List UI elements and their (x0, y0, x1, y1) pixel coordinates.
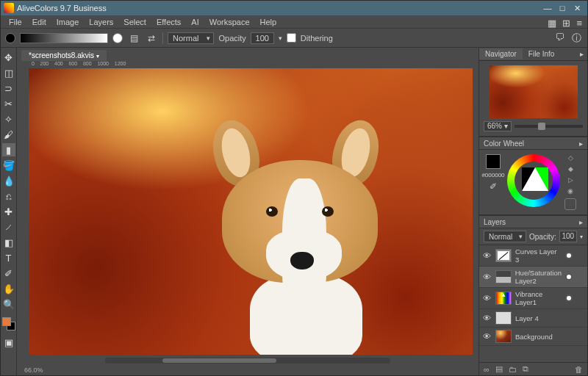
opacity-dropdown-icon[interactable]: ▾ (279, 35, 282, 42)
navigator-thumbnail[interactable] (490, 65, 578, 118)
selection-tool[interactable]: ◫ (2, 66, 15, 79)
menu-ai[interactable]: AI (186, 16, 204, 28)
visibility-icon[interactable]: 👁 (483, 314, 492, 322)
menu-workspace[interactable]: Workspace (204, 16, 255, 28)
layer-row[interactable]: 👁 Hue/Saturation Layer2 (479, 267, 587, 288)
slider-knob[interactable] (538, 123, 545, 130)
document-tab-label: *screenshots8.akvis (29, 51, 94, 59)
panel-menu-icon[interactable]: ▸ (579, 140, 583, 148)
status-bar: 66.0% (17, 365, 478, 375)
notifications-icon[interactable]: 🗩 (555, 32, 564, 45)
separator (162, 32, 163, 44)
cw-marker-icon[interactable]: ◉ (567, 187, 573, 195)
delete-layer-icon[interactable]: 🗑 (575, 365, 583, 374)
gradient-preview[interactable] (20, 33, 108, 43)
linear-gradient-icon[interactable]: ▤ (127, 32, 140, 45)
document-tab[interactable]: *screenshots8.akvis ▾ (21, 50, 107, 61)
layer-mask-icon[interactable] (565, 294, 573, 302)
layers-options: Normal Opacity: 100 ▾ (479, 228, 587, 245)
menu-layers[interactable]: Layers (84, 16, 118, 28)
cw-preview-icon[interactable] (564, 198, 576, 210)
layer-opacity-dropdown-icon[interactable]: ▾ (580, 234, 583, 240)
visibility-icon[interactable]: 👁 (483, 332, 492, 341)
clone-tool[interactable]: ⎌ (2, 189, 15, 203)
color-swatches[interactable] (2, 317, 15, 330)
link-layers-icon[interactable]: ∞ (484, 365, 490, 374)
document-tab-dropdown-icon[interactable]: ▾ (96, 53, 99, 59)
eyedropper-tool[interactable]: ✐ (2, 267, 15, 280)
minimize-button[interactable]: — (540, 4, 555, 12)
tab-fileinfo[interactable]: File Info (523, 48, 561, 59)
right-panels: Navigator File Info ▸ 66% ▾ Color Wheel … (478, 48, 587, 375)
visibility-icon[interactable]: 👁 (483, 251, 492, 260)
color-triangle[interactable] (522, 167, 548, 191)
quickmask-tool[interactable]: ▣ (2, 336, 15, 349)
menu-effects[interactable]: Effects (151, 16, 186, 28)
hand-tool[interactable]: ✋ (2, 282, 15, 295)
blur-tool[interactable]: 💧 (2, 174, 15, 187)
eraser-tool[interactable]: ◧ (2, 236, 15, 249)
layer-row[interactable]: 👁 Layer 4 (479, 309, 587, 328)
dithering-label: Dithering (301, 34, 333, 43)
zoom-tool[interactable]: 🔍 (2, 297, 15, 311)
colorwheel-panel: #000000 ✐ ◇ ◆ ▷ ◉ (479, 150, 587, 215)
menu-select[interactable]: Select (118, 16, 151, 28)
crop-tool[interactable]: ✂ (2, 97, 15, 110)
navigator-zoom-value[interactable]: 66% ▾ (484, 121, 512, 131)
menu-file[interactable]: File (4, 16, 27, 28)
layers-panel-header: Layers ▸ (479, 215, 587, 228)
duplicate-layer-icon[interactable]: ⧉ (523, 364, 528, 374)
colorwheel-swatch[interactable] (486, 154, 501, 169)
navigator-panel: 66% ▾ (479, 61, 587, 137)
brush-tool[interactable]: 🖌 (2, 128, 15, 141)
layer-blend-select[interactable]: Normal (484, 231, 526, 242)
navigator-zoom-slider[interactable] (514, 125, 583, 128)
scrollbar-thumb[interactable] (162, 358, 276, 363)
maximize-button[interactable]: □ (555, 4, 570, 12)
visibility-icon[interactable]: 👁 (483, 272, 492, 281)
cw-marker-icon[interactable]: ▷ (568, 176, 573, 184)
cw-marker-icon[interactable]: ◆ (568, 165, 573, 173)
toolbox: ✥ ◫ ⊃ ✂ ✧ 🖌 ▮ 🪣 💧 ⎌ ✚ ⟋ ◧ T ✐ ✋ 🔍 ▣ (1, 48, 17, 375)
fg-color-swatch[interactable] (2, 317, 11, 326)
visibility-icon[interactable]: 👁 (483, 294, 492, 303)
new-folder-icon[interactable]: 🗀 (509, 365, 517, 374)
canvas-wrap: 0 200 400 600 800 1000 1200 (17, 61, 478, 365)
wand-tool[interactable]: ✧ (2, 112, 15, 126)
layer-mask-icon[interactable] (565, 252, 573, 259)
dithering-checkbox[interactable] (287, 33, 296, 43)
colorwheel-hex: #000000 (481, 172, 504, 178)
dodge-tool[interactable]: ⟋ (2, 220, 15, 234)
close-button[interactable]: ✕ (570, 4, 584, 13)
move-tool[interactable]: ✥ (2, 51, 15, 64)
layer-row[interactable]: 👁 Vibrance Layer1 (479, 288, 587, 309)
horizontal-scrollbar[interactable] (105, 358, 390, 364)
menu-image[interactable]: Image (51, 16, 85, 28)
bucket-tool[interactable]: 🪣 (2, 159, 15, 172)
gradient-tool[interactable]: ▮ (2, 143, 15, 156)
eyedropper-icon[interactable]: ✐ (490, 181, 497, 192)
layer-row[interactable]: 👁 Curves Layer 3 (479, 245, 587, 267)
text-tool[interactable]: T (2, 251, 15, 264)
menu-help[interactable]: Help (255, 16, 282, 28)
panel-menu-icon[interactable]: ▸ (576, 50, 587, 58)
blend-mode-select[interactable]: Normal (168, 32, 214, 44)
lasso-tool[interactable]: ⊃ (2, 82, 15, 95)
opacity-input[interactable]: 100 (251, 32, 274, 44)
menu-edit[interactable]: Edit (27, 16, 51, 28)
cw-marker-icon[interactable]: ◇ (568, 154, 573, 162)
layer-mask-icon[interactable] (565, 273, 573, 281)
layer-opacity-input[interactable]: 100 (559, 231, 577, 242)
gradient-start-swatch[interactable] (5, 33, 15, 43)
layer-row[interactable]: 👁 Background (479, 328, 587, 346)
panel-menu-icon[interactable]: ▸ (579, 218, 583, 226)
new-layer-icon[interactable]: ▤ (495, 364, 503, 374)
heal-tool[interactable]: ✚ (2, 205, 15, 218)
reverse-gradient-icon[interactable]: ⇄ (145, 32, 158, 45)
layer-thumb-curves-icon (495, 249, 512, 262)
canvas[interactable] (29, 68, 473, 355)
opacity-label: Opacity (218, 34, 245, 43)
gradient-end-swatch[interactable] (112, 33, 123, 43)
info-icon[interactable]: ⓘ (572, 32, 581, 45)
tab-navigator[interactable]: Navigator (479, 48, 523, 59)
